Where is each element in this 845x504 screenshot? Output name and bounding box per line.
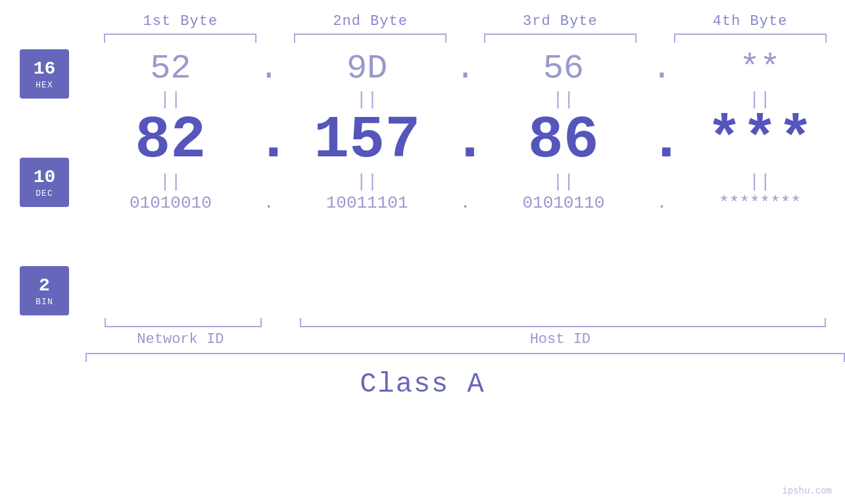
- bin-dot-1: .: [256, 193, 282, 213]
- class-a-label: Class A: [360, 369, 485, 400]
- byte2-header: 2nd Byte: [276, 13, 466, 30]
- hex-b4: **: [675, 49, 845, 88]
- bin-b4: ********: [675, 193, 845, 213]
- hex-row: 52 . 9D . 56 . **: [85, 49, 845, 88]
- outer-bracket-row: [0, 353, 845, 362]
- dec-b3: 86: [479, 111, 649, 170]
- eq2-b2: ||: [282, 172, 452, 192]
- bracket-bottom-cell-234: [281, 318, 845, 327]
- eq2-b3: ||: [479, 172, 649, 192]
- hex-badge: 16 HEX: [20, 49, 69, 99]
- bin-dot-3: .: [648, 193, 675, 213]
- id-labels: Network ID Host ID: [0, 331, 845, 348]
- left-labels: 16 HEX 10 DEC 2 BIN: [0, 49, 85, 315]
- dec-b2: 157: [282, 111, 452, 170]
- hex-b2: 9D: [282, 49, 452, 88]
- dec-dot-3: .: [648, 111, 675, 170]
- dec-number: 10: [34, 166, 56, 189]
- network-id-label: Network ID: [85, 331, 276, 348]
- bin-badge: 2 BIN: [20, 266, 69, 315]
- bin-b1: 01010010: [85, 193, 256, 213]
- rows-area: 52 . 9D . 56 . **: [85, 49, 845, 315]
- content-area: 16 HEX 10 DEC 2 BIN 52 .: [0, 49, 845, 315]
- byte3-header: 3rd Byte: [466, 13, 656, 30]
- byte1-header: 1st Byte: [85, 13, 276, 30]
- bin-row: 01010010 . 10011101 . 01010110 .: [85, 193, 845, 213]
- outer-bracket: [85, 353, 845, 362]
- byte4-header: 4th Byte: [655, 13, 845, 30]
- bin-b2: 10011101: [282, 193, 452, 213]
- hex-label: HEX: [36, 80, 53, 90]
- dec-row: 82 . 157 . 86 . ***: [85, 111, 845, 170]
- hex-dot-3: .: [648, 49, 675, 88]
- bottom-brackets: [0, 318, 845, 327]
- dec-badge: 10 DEC: [20, 158, 69, 207]
- equals-row-2: || || || ||: [85, 172, 845, 192]
- bracket-cell-4: [655, 34, 845, 43]
- bin-label: BIN: [36, 297, 53, 307]
- bracket-bottom-1: [105, 318, 262, 327]
- watermark: ipshu.com: [782, 486, 832, 496]
- main-container: 1st Byte 2nd Byte 3rd Byte 4th Byte 16 H…: [0, 0, 845, 504]
- hex-b1: 52: [85, 49, 256, 88]
- bracket-top-2: [294, 34, 447, 43]
- dec-dot-1: .: [256, 111, 282, 170]
- bracket-bottom-234: [300, 318, 826, 327]
- eq2-b4: ||: [675, 172, 845, 192]
- bracket-bottom-cell-1: [85, 318, 281, 327]
- bin-dot-2: .: [452, 193, 479, 213]
- hex-b3: 56: [479, 49, 649, 88]
- bracket-cell-1: [85, 34, 276, 43]
- bracket-top-4: [674, 34, 827, 43]
- host-id-label: Host ID: [276, 331, 845, 348]
- dec-label: DEC: [36, 189, 53, 198]
- bracket-cell-3: [466, 34, 656, 43]
- bin-b3: 01010110: [479, 193, 649, 213]
- bracket-cell-2: [276, 34, 466, 43]
- dec-b1: 82: [85, 111, 256, 170]
- hex-number: 16: [34, 58, 56, 80]
- dec-dot-2: .: [452, 111, 479, 170]
- bin-number: 2: [39, 275, 50, 297]
- hex-dot-1: .: [256, 49, 282, 88]
- bracket-top-1: [104, 34, 256, 43]
- class-label-row: Class A: [0, 369, 845, 400]
- eq2-b1: ||: [85, 172, 256, 192]
- bracket-top-3: [484, 34, 637, 43]
- dec-b4: ***: [675, 111, 845, 170]
- top-brackets: [0, 34, 845, 43]
- byte-headers: 1st Byte 2nd Byte 3rd Byte 4th Byte: [0, 13, 845, 30]
- hex-dot-2: .: [452, 49, 479, 88]
